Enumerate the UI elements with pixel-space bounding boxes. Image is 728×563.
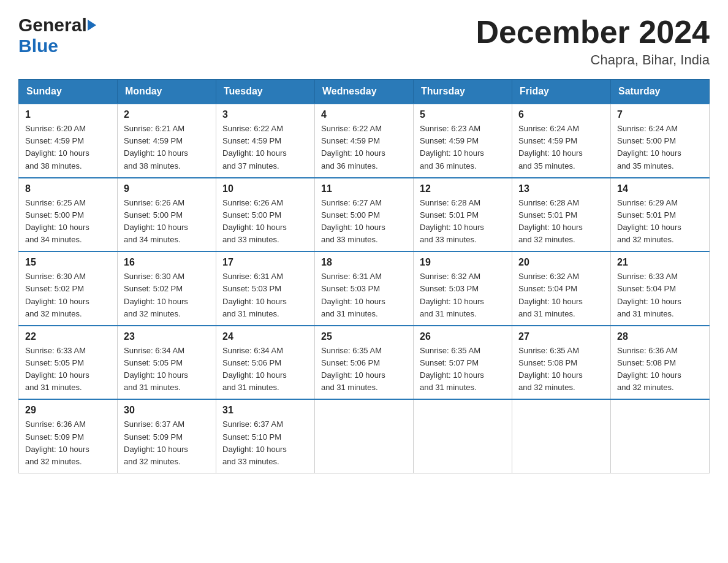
calendar-cell: 15 Sunrise: 6:30 AM Sunset: 5:02 PM Dayl… <box>19 251 118 326</box>
day-number: 17 <box>222 257 308 268</box>
calendar-cell <box>512 399 611 473</box>
day-info: Sunrise: 6:33 AM Sunset: 5:04 PM Dayligh… <box>617 270 703 320</box>
day-number: 26 <box>420 331 506 342</box>
day-number: 13 <box>518 183 604 194</box>
calendar-cell: 29 Sunrise: 6:36 AM Sunset: 5:09 PM Dayl… <box>19 399 118 473</box>
calendar-cell: 2 Sunrise: 6:21 AM Sunset: 4:59 PM Dayli… <box>118 104 216 178</box>
calendar-cell: 1 Sunrise: 6:20 AM Sunset: 4:59 PM Dayli… <box>19 104 118 178</box>
calendar-table: SundayMondayTuesdayWednesdayThursdayFrid… <box>18 79 710 473</box>
day-number: 8 <box>25 183 111 194</box>
day-info: Sunrise: 6:35 AM Sunset: 5:08 PM Dayligh… <box>518 345 604 394</box>
day-number: 27 <box>518 331 604 342</box>
calendar-cell: 19 Sunrise: 6:32 AM Sunset: 5:03 PM Dayl… <box>414 251 512 326</box>
day-number: 7 <box>617 109 703 120</box>
day-number: 16 <box>124 257 210 268</box>
day-number: 12 <box>420 183 506 194</box>
calendar-cell: 28 Sunrise: 6:36 AM Sunset: 5:08 PM Dayl… <box>611 326 710 400</box>
day-number: 25 <box>321 331 407 342</box>
calendar-header-wednesday: Wednesday <box>315 80 414 104</box>
day-info: Sunrise: 6:32 AM Sunset: 5:04 PM Dayligh… <box>518 270 604 320</box>
page-header: General Blue December 2024 Chapra, Bihar… <box>18 15 710 68</box>
day-number: 15 <box>25 257 111 268</box>
day-number: 3 <box>222 109 308 120</box>
logo: General Blue <box>18 15 96 56</box>
day-info: Sunrise: 6:30 AM Sunset: 5:02 PM Dayligh… <box>124 270 210 320</box>
calendar-cell: 31 Sunrise: 6:37 AM Sunset: 5:10 PM Dayl… <box>216 399 315 473</box>
calendar-cell: 22 Sunrise: 6:33 AM Sunset: 5:05 PM Dayl… <box>19 326 118 400</box>
day-number: 10 <box>222 183 308 194</box>
day-info: Sunrise: 6:20 AM Sunset: 4:59 PM Dayligh… <box>25 123 111 172</box>
day-number: 11 <box>321 183 407 194</box>
calendar-cell: 3 Sunrise: 6:22 AM Sunset: 4:59 PM Dayli… <box>216 104 315 178</box>
day-number: 30 <box>124 405 210 416</box>
title-section: December 2024 Chapra, Bihar, India <box>476 15 710 68</box>
day-info: Sunrise: 6:33 AM Sunset: 5:05 PM Dayligh… <box>25 345 111 394</box>
calendar-cell <box>414 399 512 473</box>
logo-general-text: General <box>18 15 87 36</box>
calendar-header-sunday: Sunday <box>19 80 118 104</box>
day-number: 22 <box>25 331 111 342</box>
day-info: Sunrise: 6:22 AM Sunset: 4:59 PM Dayligh… <box>222 123 308 172</box>
calendar-cell: 21 Sunrise: 6:33 AM Sunset: 5:04 PM Dayl… <box>611 251 710 326</box>
day-number: 4 <box>321 109 407 120</box>
day-info: Sunrise: 6:22 AM Sunset: 4:59 PM Dayligh… <box>321 123 407 172</box>
calendar-cell: 24 Sunrise: 6:34 AM Sunset: 5:06 PM Dayl… <box>216 326 315 400</box>
day-info: Sunrise: 6:21 AM Sunset: 4:59 PM Dayligh… <box>124 123 210 172</box>
day-info: Sunrise: 6:24 AM Sunset: 4:59 PM Dayligh… <box>518 123 604 172</box>
calendar-cell: 25 Sunrise: 6:35 AM Sunset: 5:06 PM Dayl… <box>315 326 414 400</box>
day-number: 18 <box>321 257 407 268</box>
calendar-cell: 13 Sunrise: 6:28 AM Sunset: 5:01 PM Dayl… <box>512 178 611 252</box>
calendar-week-row: 1 Sunrise: 6:20 AM Sunset: 4:59 PM Dayli… <box>19 104 710 178</box>
location-text: Chapra, Bihar, India <box>476 52 710 68</box>
day-info: Sunrise: 6:34 AM Sunset: 5:05 PM Dayligh… <box>124 345 210 394</box>
calendar-cell: 9 Sunrise: 6:26 AM Sunset: 5:00 PM Dayli… <box>118 178 216 252</box>
logo-blue-text: Blue <box>18 36 58 56</box>
day-info: Sunrise: 6:28 AM Sunset: 5:01 PM Dayligh… <box>420 197 506 247</box>
day-number: 24 <box>222 331 308 342</box>
calendar-week-row: 29 Sunrise: 6:36 AM Sunset: 5:09 PM Dayl… <box>19 399 710 473</box>
calendar-header-tuesday: Tuesday <box>216 80 315 104</box>
day-number: 14 <box>617 183 703 194</box>
day-number: 19 <box>420 257 506 268</box>
day-info: Sunrise: 6:30 AM Sunset: 5:02 PM Dayligh… <box>25 270 111 320</box>
calendar-cell: 6 Sunrise: 6:24 AM Sunset: 4:59 PM Dayli… <box>512 104 611 178</box>
day-number: 1 <box>25 109 111 120</box>
day-number: 21 <box>617 257 703 268</box>
calendar-cell: 14 Sunrise: 6:29 AM Sunset: 5:01 PM Dayl… <box>611 178 710 252</box>
day-info: Sunrise: 6:36 AM Sunset: 5:08 PM Dayligh… <box>617 345 703 394</box>
calendar-cell: 8 Sunrise: 6:25 AM Sunset: 5:00 PM Dayli… <box>19 178 118 252</box>
day-info: Sunrise: 6:35 AM Sunset: 5:06 PM Dayligh… <box>321 345 407 394</box>
calendar-header-friday: Friday <box>512 80 611 104</box>
calendar-cell: 11 Sunrise: 6:27 AM Sunset: 5:00 PM Dayl… <box>315 178 414 252</box>
day-number: 28 <box>617 331 703 342</box>
day-info: Sunrise: 6:34 AM Sunset: 5:06 PM Dayligh… <box>222 345 308 394</box>
day-number: 6 <box>518 109 604 120</box>
calendar-cell: 20 Sunrise: 6:32 AM Sunset: 5:04 PM Dayl… <box>512 251 611 326</box>
calendar-week-row: 22 Sunrise: 6:33 AM Sunset: 5:05 PM Dayl… <box>19 326 710 400</box>
day-info: Sunrise: 6:31 AM Sunset: 5:03 PM Dayligh… <box>222 270 308 320</box>
day-number: 9 <box>124 183 210 194</box>
day-info: Sunrise: 6:29 AM Sunset: 5:01 PM Dayligh… <box>617 197 703 247</box>
calendar-cell: 10 Sunrise: 6:26 AM Sunset: 5:00 PM Dayl… <box>216 178 315 252</box>
day-number: 29 <box>25 405 111 416</box>
day-info: Sunrise: 6:36 AM Sunset: 5:09 PM Dayligh… <box>25 418 111 468</box>
day-info: Sunrise: 6:32 AM Sunset: 5:03 PM Dayligh… <box>420 270 506 320</box>
calendar-cell <box>315 399 414 473</box>
calendar-header-thursday: Thursday <box>414 80 512 104</box>
day-info: Sunrise: 6:26 AM Sunset: 5:00 PM Dayligh… <box>222 197 308 247</box>
calendar-cell <box>611 399 710 473</box>
calendar-cell: 18 Sunrise: 6:31 AM Sunset: 5:03 PM Dayl… <box>315 251 414 326</box>
calendar-cell: 7 Sunrise: 6:24 AM Sunset: 5:00 PM Dayli… <box>611 104 710 178</box>
day-info: Sunrise: 6:27 AM Sunset: 5:00 PM Dayligh… <box>321 197 407 247</box>
day-info: Sunrise: 6:37 AM Sunset: 5:10 PM Dayligh… <box>222 418 308 468</box>
calendar-header-monday: Monday <box>118 80 216 104</box>
calendar-cell: 17 Sunrise: 6:31 AM Sunset: 5:03 PM Dayl… <box>216 251 315 326</box>
day-info: Sunrise: 6:37 AM Sunset: 5:09 PM Dayligh… <box>124 418 210 468</box>
day-info: Sunrise: 6:28 AM Sunset: 5:01 PM Dayligh… <box>518 197 604 247</box>
day-number: 2 <box>124 109 210 120</box>
day-number: 23 <box>124 331 210 342</box>
calendar-cell: 27 Sunrise: 6:35 AM Sunset: 5:08 PM Dayl… <box>512 326 611 400</box>
calendar-cell: 4 Sunrise: 6:22 AM Sunset: 4:59 PM Dayli… <box>315 104 414 178</box>
calendar-cell: 12 Sunrise: 6:28 AM Sunset: 5:01 PM Dayl… <box>414 178 512 252</box>
day-info: Sunrise: 6:31 AM Sunset: 5:03 PM Dayligh… <box>321 270 407 320</box>
